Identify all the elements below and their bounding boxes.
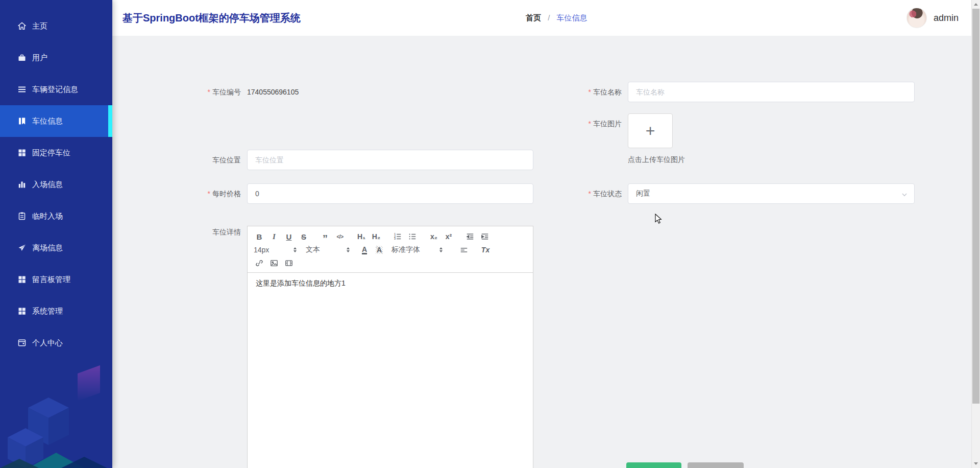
sidebar-item-exit-info[interactable]: 离场信息: [0, 232, 112, 264]
clear-format-button[interactable]: Tx: [480, 244, 491, 256]
code-block-button[interactable]: </>: [334, 230, 346, 243]
sidebar-item-label: 离场信息: [32, 243, 63, 253]
underline-button[interactable]: U: [283, 230, 295, 243]
sidebar-item-label: 车辆登记信息: [32, 85, 78, 95]
sidebar-item-temporary-entry[interactable]: 临时入场: [0, 200, 112, 232]
sidebar-item-entry-info[interactable]: 入场信息: [0, 169, 112, 200]
sidebar-item-label: 用户: [32, 53, 47, 63]
topbar: 基于SpringBoot框架的停车场管理系统 首页 / 车位信息 admin: [112, 0, 980, 36]
sidebar-item-home[interactable]: 主页: [0, 10, 112, 42]
editor-toolbar: B I U S ” </> H₁ H₂ 123: [248, 226, 533, 273]
bar-chart-icon: [17, 180, 27, 189]
scrollbar-thumb[interactable]: [972, 9, 979, 404]
subscript-button[interactable]: x₂: [428, 230, 439, 243]
parking-location-input[interactable]: [247, 150, 533, 170]
sidebar-item-label: 车位信息: [32, 116, 63, 126]
sidebar-item-label: 固定停车位: [32, 148, 70, 158]
required-marker: *: [208, 190, 210, 198]
username[interactable]: admin: [934, 13, 959, 24]
app-root: 主页 用户 车辆登记信息 车位信息: [0, 0, 980, 468]
briefcase-icon: [17, 53, 27, 62]
sidebar-item-fixed-parking[interactable]: 固定停车位: [0, 137, 112, 169]
editor-content[interactable]: 这里是添加车位信息的地方1: [248, 273, 533, 468]
mouse-cursor: [655, 214, 663, 224]
field-parking-detail: 车位详情 B I U S ” </> H₁ H₂: [183, 226, 533, 468]
indent-icon[interactable]: [479, 230, 491, 243]
font-family-select[interactable]: 标准字体: [391, 245, 443, 254]
strikethrough-button[interactable]: S: [298, 230, 309, 243]
background-color-button[interactable]: A: [374, 244, 385, 256]
field-label: 车位详情: [183, 226, 247, 237]
field-parking-image: *车位图片 + 点击上传车位图片: [564, 113, 685, 165]
user-box: admin: [906, 0, 959, 36]
font-stepper-icon: [439, 247, 443, 252]
avatar[interactable]: [906, 8, 927, 28]
image-icon[interactable]: [268, 257, 280, 269]
main-area: 基于SpringBoot框架的停车场管理系统 首页 / 车位信息 admin *…: [112, 0, 980, 468]
blockquote-button[interactable]: ”: [320, 230, 331, 243]
paragraph-style-select[interactable]: 文本: [306, 245, 350, 254]
chevron-down-icon: [901, 191, 908, 199]
toolbar-row-2: 14px 文本 A A 标准字体: [254, 243, 528, 256]
parking-status-select[interactable]: 闲置: [628, 183, 915, 204]
parking-name-input[interactable]: [628, 82, 915, 102]
scrollbar-up-arrow[interactable]: [972, 0, 980, 9]
content-area: *车位编号 1740550696105 车位位置 *每时价格 车位详情 B: [112, 36, 980, 468]
parking-number-value: 1740550696105: [247, 82, 299, 102]
sidebar-item-vehicle-registration[interactable]: 车辆登记信息: [0, 74, 112, 105]
sidebar-item-system-management[interactable]: 系统管理: [0, 295, 112, 327]
sidebar-item-label: 入场信息: [32, 180, 63, 190]
home-icon: [17, 21, 27, 31]
bullet-list-icon[interactable]: [407, 230, 418, 243]
parking-status-value: 闲置: [636, 189, 650, 198]
sidebar-item-users[interactable]: 用户: [0, 42, 112, 74]
bold-button[interactable]: B: [254, 230, 265, 243]
link-icon[interactable]: [254, 257, 265, 269]
breadcrumb-home[interactable]: 首页: [526, 13, 541, 22]
paragraph-stepper-icon: [347, 247, 350, 252]
hourly-price-input[interactable]: [247, 183, 533, 204]
sidebar-item-personal-center[interactable]: 个人中心: [0, 327, 112, 359]
breadcrumb-current[interactable]: 车位信息: [557, 13, 587, 22]
sidebar-item-parking-space-info[interactable]: 车位信息: [0, 105, 112, 137]
field-label: *车位状态: [564, 183, 628, 204]
field-parking-number: *车位编号 1740550696105: [183, 82, 299, 102]
sidebar-item-label: 系统管理: [32, 307, 63, 316]
rich-text-editor: B I U S ” </> H₁ H₂ 123: [247, 226, 533, 468]
cancel-button[interactable]: [688, 462, 744, 468]
upload-image-button[interactable]: +: [628, 113, 673, 148]
required-marker: *: [208, 88, 210, 96]
clipboard-icon: [17, 212, 27, 221]
video-icon[interactable]: [283, 257, 295, 269]
field-label: 车位位置: [183, 150, 247, 170]
outdent-icon[interactable]: [464, 230, 476, 243]
book-icon: [17, 116, 27, 126]
sidebar-item-message-board[interactable]: 留言板管理: [0, 264, 112, 295]
send-icon: [17, 243, 27, 252]
scrollbar[interactable]: [971, 0, 980, 468]
required-marker: *: [589, 120, 591, 128]
required-marker: *: [589, 190, 591, 198]
superscript-button[interactable]: x²: [443, 230, 454, 243]
size-stepper-icon: [293, 247, 297, 252]
paragraph-style-value: 文本: [306, 245, 320, 254]
italic-button[interactable]: I: [268, 230, 280, 243]
svg-text:3: 3: [394, 238, 396, 240]
upload-hint: 点击上传车位图片: [628, 155, 685, 165]
field-parking-location: 车位位置: [183, 150, 533, 170]
grid-icon: [17, 307, 27, 316]
header-2-button[interactable]: H₂: [371, 230, 382, 243]
breadcrumb: 首页 / 车位信息: [526, 0, 587, 36]
field-label: *车位编号: [183, 82, 247, 102]
sidebar-nav: 主页 用户 车辆登记信息 车位信息: [0, 0, 112, 359]
align-icon[interactable]: [458, 244, 470, 256]
scrollbar-down-arrow[interactable]: [972, 459, 980, 468]
header-1-button[interactable]: H₁: [356, 230, 367, 243]
ordered-list-icon[interactable]: 123: [392, 230, 403, 243]
font-size-select[interactable]: 14px: [254, 246, 297, 254]
sidebar: 主页 用户 车辆登记信息 车位信息: [0, 0, 112, 468]
grid-icon: [17, 275, 27, 284]
text-color-button[interactable]: A: [359, 244, 370, 256]
sidebar-decoration: [0, 361, 112, 468]
submit-button[interactable]: [626, 462, 681, 468]
